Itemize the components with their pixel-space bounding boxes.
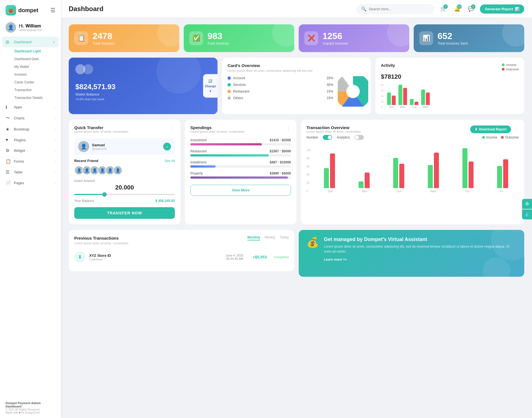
total-sent-label: Total Invoices Sent xyxy=(438,41,468,45)
dashboard-icon: ⊞ xyxy=(6,39,11,45)
overview-item-others: Others 15% xyxy=(227,96,333,100)
transaction-type: Cashback xyxy=(89,258,111,261)
bottom-section: Previous Transactions Monthly Weekly Tod… xyxy=(69,230,524,277)
to-legend: Income Outcome xyxy=(482,135,519,139)
y-label-80: 80 xyxy=(381,84,384,86)
spendings-card: Spendings Lorem ipsum dolor sit amet, co… xyxy=(185,120,296,224)
number-toggle[interactable] xyxy=(323,135,332,140)
bell-icon-btn[interactable]: 🔔 12 xyxy=(452,4,462,14)
palette-side-button[interactable]: 💧 xyxy=(522,209,532,219)
sidebar-footer: Dompet Payment Admin Dashboard © 2021 Al… xyxy=(0,398,61,418)
recent-friend-label: Recent Friend xyxy=(74,159,98,163)
download-report-button[interactable]: ⬇ Download Report xyxy=(470,125,511,133)
sidebar-item-widget[interactable]: ⚙ Widget › xyxy=(0,145,61,156)
search-bar: 🔍 xyxy=(356,4,434,14)
widget-icon: ⚙ xyxy=(6,148,11,153)
view-more-button[interactable]: View More xyxy=(190,185,291,196)
transfer-now-button[interactable]: TRANSFER NOW xyxy=(74,207,175,219)
table-icon: ☰ xyxy=(6,170,11,175)
x-label-mon-big: Mon xyxy=(347,190,382,193)
activity-bar-chart: 80 60 40 20 0 Sun xyxy=(381,84,519,109)
page-title: Dashboard xyxy=(69,5,352,13)
sidebar-item-forms[interactable]: 📋 Forms › xyxy=(0,156,61,167)
transaction-row-xyz: ⬇ XYZ Store ID Cashback June 4, 2020 05:… xyxy=(74,249,289,266)
big-bars-wrapper: Sun Mon Tue Wed Thu Fri xyxy=(313,144,519,193)
big-bar-group-mon xyxy=(348,173,380,188)
account-dot xyxy=(227,76,231,80)
hamburger-icon[interactable]: ☰ xyxy=(50,7,55,14)
va-learn-more-link[interactable]: Learn more >> xyxy=(324,258,347,261)
more-options-icon[interactable]: ⋮ xyxy=(170,125,175,131)
wed-income-bar xyxy=(428,165,433,188)
contact-handle: @siam224 xyxy=(92,147,107,150)
total-invoices-info: 2478 Total Invoices xyxy=(93,31,114,45)
spending-property: Property $3890 / $4000 xyxy=(190,171,291,179)
income-bar-sun xyxy=(387,93,391,105)
mon-outcome-bar xyxy=(365,173,370,188)
total-invoices-number: 2478 xyxy=(93,31,114,41)
total-sent-number: 652 xyxy=(438,31,468,41)
unpaid-invoices-number: 1256 xyxy=(323,31,348,41)
cart-icon-btn[interactable]: 🛒 2 xyxy=(438,4,448,14)
subnav-dashboard-light[interactable]: Dashboard Light xyxy=(11,47,61,55)
tue-outcome-bar xyxy=(399,164,404,188)
card-decoration xyxy=(157,24,179,47)
subnav-transaction[interactable]: Transaction xyxy=(11,86,61,94)
transaction-info: XYZ Store ID Cashback xyxy=(89,253,111,261)
property-fill xyxy=(190,176,288,179)
pt-tab-weekly[interactable]: Weekly xyxy=(265,235,275,240)
outcome-legend-to: Outcome xyxy=(501,135,519,139)
amount-slider[interactable] xyxy=(74,194,175,195)
sidebar-item-table[interactable]: ☰ Table › xyxy=(0,167,61,178)
sidebar-item-apps[interactable]: ℹ Apps › xyxy=(0,102,61,112)
pt-header: Previous Transactions Monthly Weekly Tod… xyxy=(74,235,289,240)
analytics-toggle[interactable] xyxy=(354,135,364,140)
unpaid-invoices-label: Unpaid Invoices xyxy=(323,41,348,45)
sidebar-item-dashboard[interactable]: ⊞ Dashboard ▼ xyxy=(2,37,59,47)
see-all-link[interactable]: See All xyxy=(165,159,175,163)
fri-outcome-bar xyxy=(503,159,508,188)
search-input[interactable] xyxy=(369,7,424,11)
wed-outcome-bar xyxy=(434,153,439,188)
others-dot xyxy=(227,96,231,100)
pt-tab-monthly[interactable]: Monthly xyxy=(247,235,260,240)
toggles-row: Number Analytics Income Outcome xyxy=(306,135,519,140)
cards-overview: Card's Overview Lorem ipsum dolor sit am… xyxy=(222,58,371,114)
footer-title: Dompet Payment Admin Dashboard xyxy=(6,401,55,408)
subnav-my-wallet[interactable]: My Wallet xyxy=(11,63,61,71)
thu-income-bar xyxy=(462,148,467,188)
subnav-transaction-details[interactable]: Transaction Details xyxy=(11,94,61,102)
search-icon: 🔍 xyxy=(361,6,367,12)
bar-group-wed: Wed xyxy=(421,89,430,109)
svg-point-4 xyxy=(346,85,359,98)
subnav-dashboard-dark[interactable]: Dashboard Dark xyxy=(11,55,61,63)
sidebar-item-bootstrap[interactable]: ★ Bootstrap › xyxy=(0,124,61,135)
settings-side-button[interactable]: ⚙ xyxy=(522,199,532,209)
account-pct: 20% xyxy=(327,76,333,80)
pt-tab-today[interactable]: Today xyxy=(280,235,289,240)
outcome-bar-sun xyxy=(392,96,396,105)
y-label-60: 60 xyxy=(381,89,384,92)
income-legend: Income xyxy=(502,63,519,66)
change-button[interactable]: 🔄 Change ▼ xyxy=(203,74,218,98)
paid-invoices-info: 983 Paid Invoices xyxy=(208,31,229,45)
subnav-invoices[interactable]: Invoices xyxy=(11,71,61,78)
side-buttons: ⚙ 💧 xyxy=(522,199,532,219)
chat-icon-btn[interactable]: 💬 5 xyxy=(466,4,476,14)
big-bar-group-fri xyxy=(486,159,519,188)
quick-transfer-title: Quick Transfer xyxy=(74,125,129,130)
x-label-thu-big: Thu xyxy=(450,190,485,193)
user-profile: 👤 Hi, William william@gmail.com xyxy=(0,19,61,37)
sidebar-item-plugins[interactable]: ♥ Plugins › xyxy=(0,135,61,145)
generate-report-button[interactable]: Generate Report 📊 xyxy=(480,4,524,14)
bottom-row: Quick Transfer Lorem ipsum dolor sit ame… xyxy=(69,120,524,224)
sidebar-item-pages[interactable]: 📄 Pages › xyxy=(0,178,61,188)
activity-amount: $78120 xyxy=(381,73,519,80)
change-label: Change xyxy=(205,84,216,88)
sidebar-item-charts[interactable]: 〜 Charts › xyxy=(0,112,61,124)
bar-group-mon: Mon xyxy=(398,85,407,109)
spendings-more-icon[interactable]: ⋮ xyxy=(286,125,291,131)
to-more-icon[interactable]: ⋮ xyxy=(514,126,519,132)
x-label-tue-big: Tue xyxy=(382,190,416,193)
subnav-cards-center[interactable]: Cards Center xyxy=(11,78,61,86)
